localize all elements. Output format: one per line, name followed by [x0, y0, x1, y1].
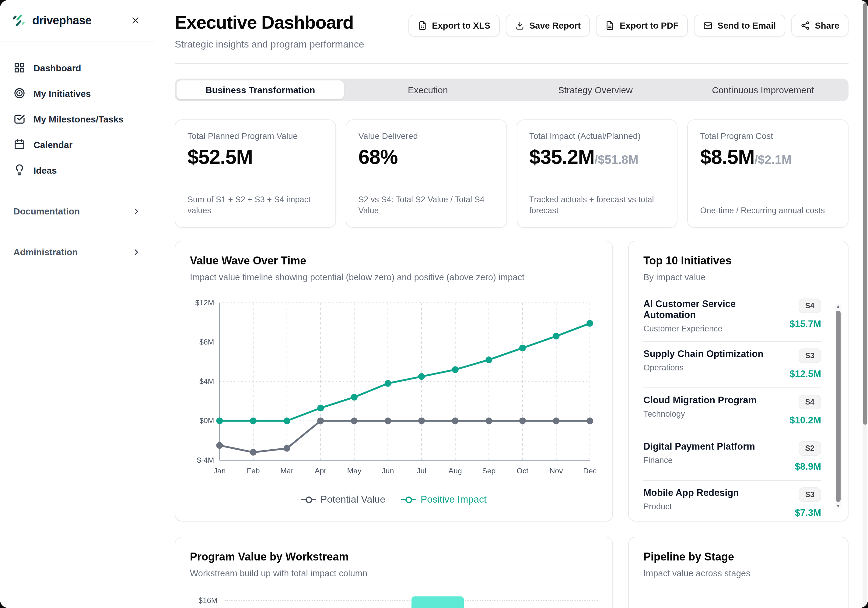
download-icon	[515, 21, 524, 31]
stage-badge: S2	[798, 441, 821, 456]
initiative-name: AI Customer Service Automation	[643, 299, 785, 320]
export-xls-button[interactable]: Export to XLS	[408, 15, 499, 37]
kpi-card-total-impact: Total Impact (Actual/Planned) $35.2M/$51…	[516, 120, 678, 228]
kpi-description: One-time / Recurring annual costs	[700, 205, 836, 216]
bottom-row: Program Value by Workstream Workstream b…	[175, 537, 848, 608]
initiative-value: $7.3M	[795, 507, 821, 518]
chart-subtitle: Impact value timeline showing potential …	[190, 272, 598, 282]
initiative-value: $10.2M	[790, 415, 821, 426]
pipeline-card: Pipeline by Stage Impact value across st…	[628, 537, 848, 608]
svg-text:Dec: Dec	[583, 466, 597, 475]
sidebar-section-label: Administration	[13, 247, 78, 257]
tab-strategy-overview[interactable]: Strategy Overview	[512, 81, 679, 99]
svg-text:$8M: $8M	[199, 338, 214, 346]
chart-subtitle: Impact value across stages	[643, 568, 833, 578]
sidebar-menu: Dashboard My Initiatives My Milestones/T…	[0, 41, 155, 264]
svg-text:$4M: $4M	[199, 377, 214, 385]
chevron-right-icon	[132, 247, 141, 257]
export-pdf-button[interactable]: Export to PDF	[596, 15, 688, 37]
kpi-label: Value Delivered	[358, 131, 494, 141]
value-wave-card: Value Wave Over Time Impact value timeli…	[175, 241, 613, 521]
charts-row: Value Wave Over Time Impact value timeli…	[175, 241, 848, 521]
chart-subtitle: Workstream build up with total impact co…	[190, 568, 598, 578]
kpi-value: 68%	[358, 146, 398, 169]
list-item[interactable]: AI Customer Service Automation Customer …	[643, 292, 821, 342]
sidebar-item-my-initiatives[interactable]: My Initiatives	[7, 81, 147, 106]
close-icon	[130, 15, 140, 26]
tab-business-transformation[interactable]: Business Transformation	[177, 81, 344, 99]
list-item[interactable]: Supply Chain Optimization Operations S3 …	[643, 342, 821, 388]
sidebar-section-administration[interactable]: Administration	[7, 239, 147, 264]
kpi-card-total-planned-program-value: Total Planned Program Value $52.5M Sum o…	[175, 120, 336, 228]
brand: drivephase	[12, 13, 91, 28]
tab-execution[interactable]: Execution	[344, 81, 512, 99]
workstream-chart-axis: $16M	[190, 596, 598, 605]
kpi-description: Sum of S1 + S2 + S3 + S4 impact values	[188, 194, 323, 216]
kpi-secondary-value: /$2.1M	[755, 153, 792, 167]
sidebar-header: drivephase	[0, 0, 155, 41]
page-subtitle: Strategic insights and program performan…	[175, 39, 364, 50]
share-icon	[800, 21, 810, 31]
button-label: Save Report	[529, 21, 581, 31]
value-wave-chart: $12M$8M$4M$0M$-4MJanFebMarAprMayJunJulAu…	[190, 292, 598, 493]
button-label: Export to XLS	[432, 21, 490, 31]
sidebar-item-label: My Initiatives	[34, 88, 91, 98]
chart-title: Program Value by Workstream	[190, 551, 598, 563]
initiative-value: $8.9M	[795, 461, 821, 472]
sidebar-close-button[interactable]	[127, 12, 144, 29]
save-report-button[interactable]: Save Report	[505, 15, 590, 37]
header-actions: Export to XLS Save Report Export to PDF …	[408, 15, 848, 37]
list-item[interactable]: Cloud Migration Program Technology S4 $1…	[643, 388, 821, 434]
share-button[interactable]: Share	[791, 15, 848, 37]
svg-text:Jun: Jun	[382, 466, 394, 475]
svg-text:Sep: Sep	[482, 466, 496, 475]
scroll-down-icon[interactable]: ▼	[836, 503, 840, 509]
svg-text:Jul: Jul	[417, 466, 426, 475]
window-scrollbar-thumb[interactable]	[863, 3, 867, 425]
app-window: drivephase Dashboard My Initiatives My M…	[0, 0, 868, 608]
stage-badge: S3	[798, 487, 821, 502]
check-square-icon	[13, 113, 26, 125]
list-scrollbar-thumb[interactable]	[836, 311, 841, 502]
sidebar-section-documentation[interactable]: Documentation	[7, 199, 147, 224]
window-scrollbar[interactable]	[863, 1, 867, 607]
file-spreadsheet-icon	[417, 21, 427, 31]
file-text-icon	[605, 21, 615, 31]
initiative-value: $12.5M	[790, 369, 821, 379]
svg-text:$-4M: $-4M	[197, 456, 214, 464]
initiative-value: $15.7M	[790, 319, 821, 330]
axis-tick-mark	[220, 600, 224, 601]
legend-item-potential-value: Potential Value	[301, 494, 385, 505]
sidebar-item-ideas[interactable]: Ideas	[7, 157, 147, 183]
button-label: Send to Email	[718, 21, 776, 31]
workstream-bar-fragment	[411, 596, 464, 608]
sidebar-section-label: Documentation	[13, 206, 80, 216]
sidebar-item-calendar[interactable]: Calendar	[7, 132, 147, 157]
stage-badge: S4	[798, 395, 821, 409]
sidebar-item-dashboard[interactable]: Dashboard	[7, 55, 147, 81]
list-scrollbar[interactable]: ▲ ▼	[834, 303, 842, 509]
list-item[interactable]: Digital Payment Platform Finance S2 $8.9…	[643, 434, 821, 480]
target-icon	[13, 87, 26, 99]
top-initiatives-card: Top 10 Initiatives By impact value AI Cu…	[628, 241, 848, 521]
stage-badge: S3	[798, 348, 821, 363]
send-email-button[interactable]: Send to Email	[694, 15, 785, 37]
sidebar-item-my-milestones-tasks[interactable]: My Milestones/Tasks	[7, 106, 147, 132]
header-divider	[175, 63, 848, 64]
initiative-department: Technology	[643, 409, 756, 418]
kpi-label: Total Program Cost	[700, 131, 836, 141]
panel-title: Top 10 Initiatives	[643, 255, 833, 267]
kpi-value: $52.5M	[188, 146, 253, 169]
button-label: Export to PDF	[620, 21, 678, 31]
sidebar-item-label: Calendar	[34, 139, 73, 149]
kpi-secondary-value: /$51.8M	[594, 153, 639, 167]
chevron-right-icon	[132, 206, 141, 216]
list-item[interactable]: Mobile App Redesign Product S3 $7.3M	[643, 480, 821, 521]
main-content: Executive Dashboard Strategic insights a…	[155, 0, 868, 608]
stage-badge: S4	[798, 299, 821, 313]
svg-text:May: May	[347, 466, 361, 475]
chart-legend: Potential Value Positive Impact	[190, 494, 598, 505]
scroll-up-icon[interactable]: ▲	[836, 303, 840, 309]
kpi-value: $35.2M	[529, 146, 594, 169]
tab-continuous-improvement[interactable]: Continuous Improvement	[679, 81, 847, 99]
